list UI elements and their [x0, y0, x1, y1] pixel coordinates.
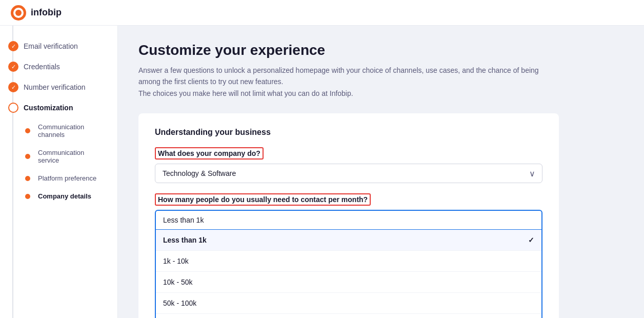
field2-selected-value: Less than 1k	[163, 216, 204, 224]
sidebar-label-communication-channels: Communication channels	[38, 123, 107, 138]
main-layout: ✓ Email verification ✓ Credentials ✓ Num…	[0, 26, 644, 318]
field1-container: What does your company do? Technology & …	[155, 147, 542, 183]
sidebar-item-platform-preference[interactable]: Platform preference	[0, 169, 117, 187]
logo: infobip	[10, 5, 62, 21]
logo-icon	[10, 5, 27, 21]
sidebar-label-company-details: Company details	[38, 192, 91, 200]
dropdown-item-1k-10k[interactable]: 1k - 10k	[156, 250, 541, 271]
sidebar: ✓ Email verification ✓ Credentials ✓ Num…	[0, 26, 118, 318]
section-title: Understanding your business	[155, 128, 542, 137]
page-title: Customize your experience	[138, 42, 623, 58]
sidebar-item-credentials[interactable]: ✓ Credentials	[0, 56, 117, 77]
step-indicator-customization	[8, 103, 18, 113]
sidebar-label-credentials: Credentials	[24, 63, 60, 71]
field1-label: What does your company do?	[155, 147, 264, 160]
sidebar-label-customization: Customization	[24, 104, 73, 112]
field1-select-wrapper: Technology & Software ∨	[155, 164, 542, 183]
step-indicator-number: ✓	[8, 82, 18, 92]
main-content: Customize your experience Answer a few q…	[118, 26, 644, 318]
sidebar-label-email-verification: Email verification	[24, 42, 78, 50]
step-dot-company-details	[25, 194, 30, 199]
logo-text: infobip	[31, 7, 62, 18]
dropdown-label-10k-50k: 10k - 50k	[163, 278, 193, 286]
step-indicator-credentials: ✓	[8, 62, 18, 72]
sidebar-item-company-details[interactable]: Company details	[0, 187, 117, 205]
step-dot-platform-preference	[25, 176, 30, 181]
dropdown-item-less-than-1k[interactable]: Less than 1k ✓	[156, 230, 541, 250]
check-icon-credentials: ✓	[11, 64, 16, 70]
field2-select[interactable]: Less than 1k	[155, 210, 542, 230]
step-indicator-email: ✓	[8, 41, 18, 51]
svg-point-2	[15, 10, 22, 16]
dropdown-label-50k-100k: 50k - 100k	[163, 299, 196, 307]
sidebar-item-communication-service[interactable]: Communication service	[0, 144, 117, 169]
sidebar-item-customization[interactable]: Customization	[0, 97, 117, 118]
field2-container: How many people do you usually need to c…	[155, 193, 542, 318]
dropdown-item-above-100k[interactable]: Above 100k	[156, 313, 541, 318]
sidebar-item-number-verification[interactable]: ✓ Number verification	[0, 77, 117, 97]
check-mark-less-than-1k: ✓	[528, 236, 534, 244]
dropdown-label-less-than-1k: Less than 1k	[163, 236, 207, 244]
customization-card: Understanding your business What does yo…	[138, 113, 559, 318]
dropdown-label-1k-10k: 1k - 10k	[163, 257, 189, 265]
dropdown-item-10k-50k[interactable]: 10k - 50k	[156, 271, 541, 292]
field2-dropdown: Less than 1k ✓ 1k - 10k 10k - 50k 50k - …	[155, 230, 542, 318]
app-header: infobip	[0, 0, 644, 26]
page-desc-line1: Answer a few questions to unlock a perso…	[138, 66, 539, 86]
page-description: Answer a few questions to unlock a perso…	[138, 65, 559, 99]
field2-label: How many people do you usually need to c…	[155, 193, 371, 206]
check-icon-number: ✓	[11, 84, 16, 91]
field2-select-wrapper: Less than 1k ∧ Less than 1k ✓ 1k - 10k	[155, 210, 542, 318]
field1-select[interactable]: Technology & Software	[155, 164, 542, 183]
step-dot-communication-service	[25, 154, 30, 159]
sidebar-label-communication-service: Communication service	[38, 149, 107, 164]
sidebar-label-platform-preference: Platform preference	[38, 174, 96, 182]
sidebar-label-number-verification: Number verification	[24, 83, 86, 91]
field1-selected-value: Technology & Software	[163, 169, 236, 177]
sidebar-item-communication-channels[interactable]: Communication channels	[0, 118, 117, 144]
check-icon-email: ✓	[11, 43, 16, 50]
sidebar-item-email-verification[interactable]: ✓ Email verification	[0, 36, 117, 56]
dropdown-item-50k-100k[interactable]: 50k - 100k	[156, 292, 541, 313]
page-desc-line2: The choices you make here will not limit…	[138, 89, 353, 97]
step-dot-communication-channels	[25, 128, 30, 133]
